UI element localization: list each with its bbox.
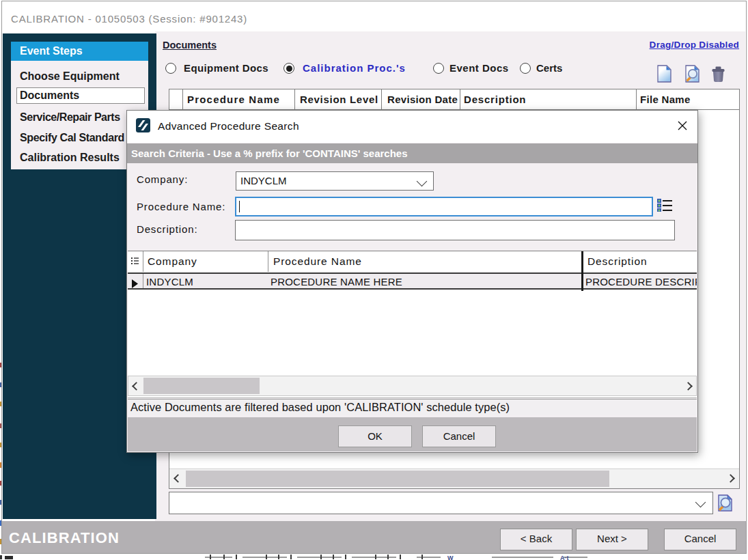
svg-text:A·t: A·t [560, 555, 569, 560]
svg-text:W: W [447, 555, 454, 560]
